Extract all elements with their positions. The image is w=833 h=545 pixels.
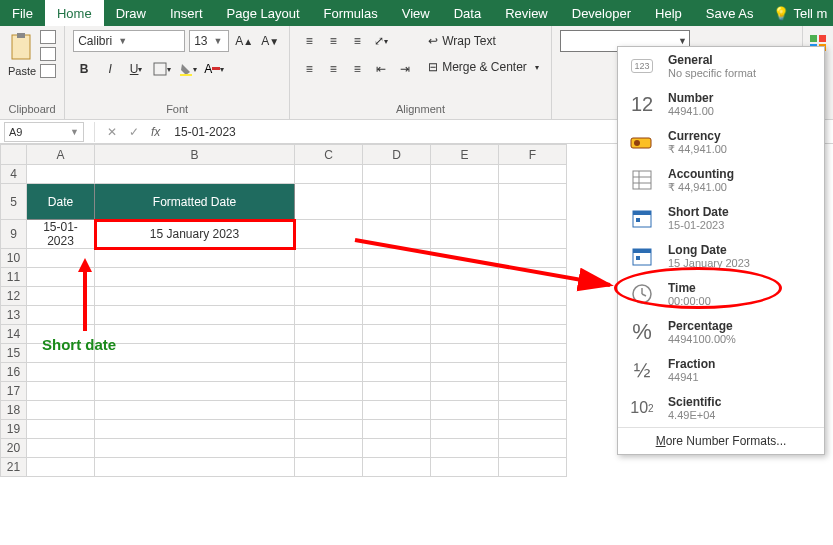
menu-save-as[interactable]: Save As [694,0,766,26]
svg-rect-3 [180,74,192,76]
svg-rect-17 [636,218,640,222]
number-icon: 12 [626,90,658,118]
merge-center-button[interactable]: ⊟Merge & Center▾ [424,56,543,78]
fx-icon[interactable]: fx [145,125,166,139]
tell-me[interactable]: 💡 Tell m [773,6,827,21]
format-sub: 15 January 2023 [668,257,750,269]
format-long-date[interactable]: Long Date15 January 2023 [618,237,824,275]
annotation-short-date-label: Short date [42,336,116,353]
row-header-16[interactable]: 16 [1,363,27,382]
svg-rect-4 [212,67,220,70]
enter-formula-button[interactable]: ✓ [123,125,145,139]
cut-button[interactable] [40,30,56,44]
name-box[interactable]: A9▼ [4,122,84,142]
col-header-B[interactable]: B [95,145,295,165]
orientation-button[interactable]: ⤢▾ [370,30,392,52]
row-header-11[interactable]: 11 [1,268,27,287]
row-header-15[interactable]: 15 [1,344,27,363]
format-currency[interactable]: Currency₹ 44,941.00 [618,123,824,161]
menu-page-layout[interactable]: Page Layout [215,0,312,26]
align-center-button[interactable]: ≡ [322,58,344,80]
row-header-21[interactable]: 21 [1,458,27,477]
row-header-4[interactable]: 4 [1,165,27,184]
col-header-A[interactable]: A [27,145,95,165]
menu-formulas[interactable]: Formulas [312,0,390,26]
row-header-14[interactable]: 14 [1,325,27,344]
decrease-indent-button[interactable]: ⇤ [370,58,392,80]
format-number[interactable]: 12 Number44941.00 [618,85,824,123]
cell-B5[interactable]: Formatted Date [95,184,295,220]
row-header-9[interactable]: 9 [1,220,27,249]
format-title: Time [668,281,711,295]
more-number-formats[interactable]: More Number Formats... [618,427,824,454]
align-top-button[interactable]: ≡ [298,30,320,52]
underline-button[interactable]: U ▾ [125,58,147,80]
copy-button[interactable] [40,47,56,61]
row-header-17[interactable]: 17 [1,382,27,401]
select-all-corner[interactable] [1,145,27,165]
menu-developer[interactable]: Developer [560,0,643,26]
svg-rect-11 [633,171,651,189]
align-left-button[interactable]: ≡ [298,58,320,80]
format-percentage[interactable]: % Percentage4494100.00% [618,313,824,351]
row-header-5[interactable]: 5 [1,184,27,220]
format-sub: 00:00:00 [668,295,711,307]
cell-B9[interactable]: 15 January 2023 [95,220,295,249]
align-middle-button[interactable]: ≡ [322,30,344,52]
menu-insert[interactable]: Insert [158,0,215,26]
col-header-D[interactable]: D [363,145,431,165]
col-header-E[interactable]: E [431,145,499,165]
row-header-12[interactable]: 12 [1,287,27,306]
svg-rect-2 [154,63,166,75]
fill-color-button[interactable]: ▾ [177,58,199,80]
menu-view[interactable]: View [390,0,442,26]
paste-button[interactable]: Paste [8,31,36,77]
grid[interactable]: A B C D E F 4 5 Date Formatted Date 9 15… [0,144,567,477]
menu-review[interactable]: Review [493,0,560,26]
menu-data[interactable]: Data [442,0,493,26]
font-name-combo[interactable]: Calibri▼ [73,30,185,52]
cancel-formula-button[interactable]: ✕ [101,125,123,139]
align-right-button[interactable]: ≡ [346,58,368,80]
cell-A9[interactable]: 15-01-2023 [27,220,95,249]
format-scientific[interactable]: 102 Scientific4.49E+04 [618,389,824,427]
col-header-F[interactable]: F [499,145,567,165]
chevron-down-icon: ▼ [678,36,687,46]
menu-draw[interactable]: Draw [104,0,158,26]
italic-button[interactable]: I [99,58,121,80]
row-header-20[interactable]: 20 [1,439,27,458]
format-accounting[interactable]: Accounting₹ 44,941.00 [618,161,824,199]
cell-A5[interactable]: Date [27,184,95,220]
col-header-C[interactable]: C [295,145,363,165]
group-alignment: ≡ ≡ ≡ ⤢▾ ≡ ≡ ≡ ⇤ ⇥ ↩Wrap Text ⊟Merge & C… [290,26,552,119]
wrap-icon: ↩ [428,34,438,48]
wrap-text-button[interactable]: ↩Wrap Text [424,30,543,52]
menu-file[interactable]: File [0,0,45,26]
border-button[interactable]: ▾ [151,58,173,80]
menu-home[interactable]: Home [45,0,104,26]
svg-rect-19 [633,249,651,253]
row-header-13[interactable]: 13 [1,306,27,325]
group-label-font: Font [73,103,281,117]
menu-help[interactable]: Help [643,0,694,26]
format-general[interactable]: 123 GeneralNo specific format [618,47,824,85]
group-label-alignment: Alignment [298,103,543,117]
svg-rect-6 [819,35,826,42]
row-header-10[interactable]: 10 [1,249,27,268]
row-header-18[interactable]: 18 [1,401,27,420]
format-title: Percentage [668,319,736,333]
row-header-19[interactable]: 19 [1,420,27,439]
font-color-button[interactable]: A▾ [203,58,225,80]
increase-font-button[interactable]: A▲ [233,30,255,52]
decrease-font-button[interactable]: A▼ [259,30,281,52]
increase-indent-button[interactable]: ⇥ [394,58,416,80]
align-bottom-button[interactable]: ≡ [346,30,368,52]
format-time[interactable]: Time00:00:00 [618,275,824,313]
format-fraction[interactable]: ½ Fraction44941 [618,351,824,389]
bold-button[interactable]: B [73,58,95,80]
font-size-combo[interactable]: 13▼ [189,30,229,52]
format-painter-button[interactable] [40,64,56,78]
chevron-down-icon: ▼ [118,36,127,46]
format-title: Fraction [668,357,715,371]
format-short-date[interactable]: Short Date15-01-2023 [618,199,824,237]
